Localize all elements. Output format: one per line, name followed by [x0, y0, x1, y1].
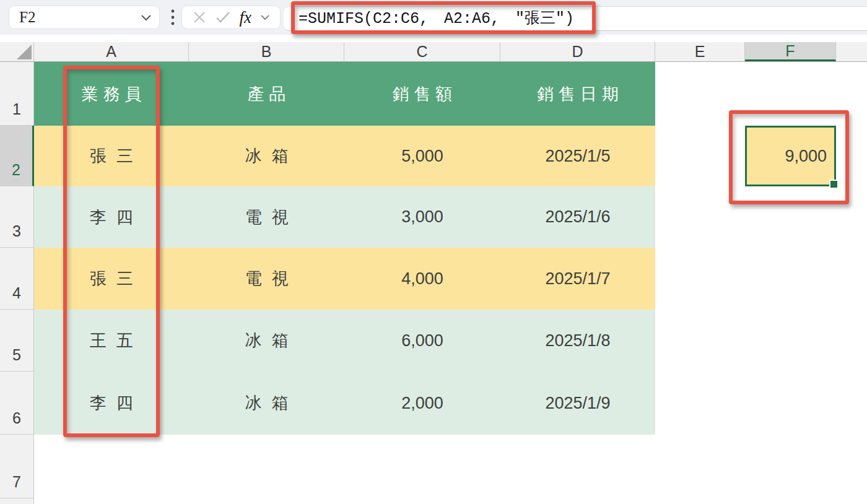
- cell-b6[interactable]: 冰箱: [189, 371, 344, 435]
- enter-check-icon[interactable]: [216, 11, 230, 24]
- select-all-corner[interactable]: [0, 42, 34, 61]
- excel-window: F2 fx =SUMIFS(C2:C6, A2:A6, "張三"): [0, 0, 867, 504]
- cell-d2[interactable]: 2025/1/5: [500, 126, 655, 186]
- cell-c4[interactable]: 4,000: [344, 248, 500, 310]
- cell-a6[interactable]: 李四: [34, 371, 189, 435]
- column-header-f-selected[interactable]: F: [745, 42, 836, 61]
- select-all-triangle-icon: [17, 45, 32, 59]
- cell-a1[interactable]: 業務員: [34, 62, 189, 126]
- chevron-down-icon[interactable]: [141, 14, 152, 21]
- column-header-c[interactable]: C: [344, 42, 500, 61]
- insert-function-icon[interactable]: fx: [240, 9, 252, 26]
- kebab-menu-icon[interactable]: [167, 9, 178, 26]
- chevron-down-icon[interactable]: [261, 15, 269, 20]
- name-box[interactable]: F2: [9, 6, 160, 29]
- row-header-4[interactable]: 4: [0, 248, 34, 310]
- cell-b1[interactable]: 產品: [189, 62, 344, 126]
- cell-c5[interactable]: 6,000: [344, 310, 500, 371]
- cell-a2[interactable]: 張三: [34, 126, 189, 186]
- column-header-partial[interactable]: [836, 42, 867, 61]
- cell-c6[interactable]: 2,000: [344, 371, 500, 435]
- cell-b4[interactable]: 電視: [189, 248, 344, 310]
- row-header-5[interactable]: 5: [0, 310, 34, 371]
- column-header-e[interactable]: E: [655, 42, 745, 61]
- column-header-a[interactable]: A: [34, 42, 189, 61]
- row-header-6[interactable]: 6: [0, 371, 34, 435]
- row-header-7[interactable]: 7: [0, 435, 34, 498]
- data-table: 業務員 產品 銷售額 銷售日期 張三 冰箱 5,000 2025/1/5 李四 …: [34, 62, 655, 435]
- cell-a3[interactable]: 李四: [34, 186, 189, 248]
- column-header-row: A B C D E F: [0, 42, 867, 62]
- formula-buttons-group: fx: [181, 6, 281, 29]
- cell-b5[interactable]: 冰箱: [189, 310, 344, 371]
- cell-c3[interactable]: 3,000: [344, 186, 500, 248]
- formula-bar: F2 fx =SUMIFS(C2:C6, A2:A6, "張三"): [0, 0, 867, 35]
- row-header-1[interactable]: 1: [0, 62, 34, 126]
- cell-c1[interactable]: 銷售額: [344, 62, 500, 126]
- cell-d1[interactable]: 銷售日期: [500, 62, 655, 126]
- cell-c2[interactable]: 5,000: [344, 126, 500, 186]
- row-header-2-selected[interactable]: 2: [0, 126, 34, 186]
- cell-d4[interactable]: 2025/1/7: [500, 248, 655, 310]
- cell-b2[interactable]: 冰箱: [189, 126, 344, 186]
- sheet-area: 1 2 3 4 5 6 7 業務員 產品 銷售額 銷售日期 張三 冰箱 5,00…: [0, 62, 867, 504]
- cancel-icon[interactable]: [193, 11, 206, 24]
- formula-text: =SUMIFS(C2:C6, A2:A6, "張三"): [298, 0, 574, 35]
- column-header-d[interactable]: D: [500, 42, 655, 61]
- column-header-b[interactable]: B: [189, 42, 344, 61]
- cell-d6[interactable]: 2025/1/9: [500, 371, 655, 435]
- row-header-partial[interactable]: [0, 498, 34, 504]
- fill-handle[interactable]: [829, 180, 837, 188]
- cell-a5[interactable]: 王五: [34, 310, 189, 371]
- cell-d5[interactable]: 2025/1/8: [500, 310, 655, 371]
- name-box-value: F2: [19, 9, 141, 26]
- cell-b3[interactable]: 電視: [189, 186, 344, 248]
- row-header-3[interactable]: 3: [0, 186, 34, 248]
- cell-a4[interactable]: 張三: [34, 248, 189, 310]
- cell-f2-value: 9,000: [785, 147, 827, 166]
- cell-f2-selected[interactable]: 9,000: [745, 126, 836, 186]
- cell-d3[interactable]: 2025/1/6: [500, 186, 655, 248]
